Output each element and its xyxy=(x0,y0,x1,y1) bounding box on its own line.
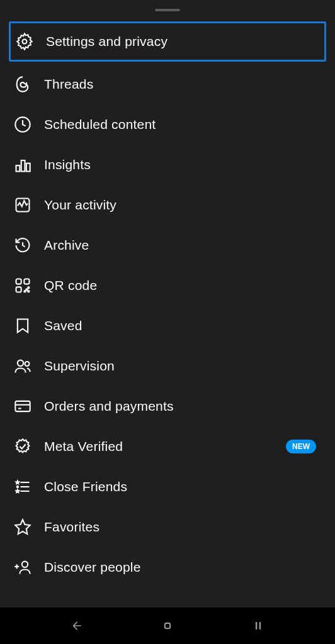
svg-rect-8 xyxy=(16,287,21,292)
close-friends-icon xyxy=(13,477,33,497)
svg-rect-7 xyxy=(24,279,29,284)
recent-apps-button[interactable] xyxy=(239,613,277,638)
svg-point-13 xyxy=(18,360,23,366)
svg-rect-25 xyxy=(165,623,170,628)
home-button[interactable] xyxy=(149,613,186,638)
menu-item-label: Close Friends xyxy=(44,479,322,494)
svg-rect-27 xyxy=(259,622,261,630)
menu-item-label: Threads xyxy=(44,77,322,92)
menu-item-insights[interactable]: Insights xyxy=(9,145,326,185)
activity-icon xyxy=(13,195,33,215)
star-icon xyxy=(13,517,33,537)
menu-item-settings-privacy[interactable]: Settings and privacy xyxy=(9,21,326,62)
menu-item-label: QR code xyxy=(44,278,322,293)
svg-rect-4 xyxy=(26,164,30,172)
menu-item-qr-code[interactable]: QR code xyxy=(9,265,326,306)
verified-icon xyxy=(13,436,33,457)
menu-item-label: Insights xyxy=(44,157,322,172)
svg-rect-6 xyxy=(16,279,21,284)
qr-code-icon xyxy=(13,275,33,296)
bookmark-icon xyxy=(13,316,33,336)
menu-item-label: Settings and privacy xyxy=(46,34,321,49)
menu-list: Settings and privacy Threads Scheduled c… xyxy=(0,21,335,587)
archive-icon xyxy=(13,235,33,255)
svg-rect-26 xyxy=(256,622,258,630)
menu-item-label: Meta Verified xyxy=(44,439,286,454)
svg-point-12 xyxy=(28,287,29,288)
menu-item-meta-verified[interactable]: Meta Verified NEW xyxy=(9,426,326,467)
menu-item-discover-people[interactable]: Discover people xyxy=(9,547,326,587)
menu-item-label: Saved xyxy=(44,318,322,333)
gear-icon xyxy=(14,31,35,52)
svg-rect-3 xyxy=(21,160,25,172)
menu-item-saved[interactable]: Saved xyxy=(9,306,326,346)
menu-item-orders-payments[interactable]: Orders and payments xyxy=(9,386,326,426)
menu-item-label: Orders and payments xyxy=(44,399,322,414)
svg-point-0 xyxy=(23,40,27,44)
svg-rect-15 xyxy=(15,401,30,411)
back-button[interactable] xyxy=(58,613,96,638)
svg-point-9 xyxy=(26,289,27,290)
drag-handle[interactable] xyxy=(155,9,180,11)
menu-item-archive[interactable]: Archive xyxy=(9,225,326,265)
clock-icon xyxy=(13,114,33,135)
menu-item-threads[interactable]: Threads xyxy=(9,64,326,104)
menu-item-favorites[interactable]: Favorites xyxy=(9,507,326,547)
svg-point-14 xyxy=(25,362,30,366)
navigation-bar xyxy=(0,608,335,644)
menu-item-label: Supervision xyxy=(44,358,322,374)
card-icon xyxy=(13,396,33,416)
menu-item-supervision[interactable]: Supervision xyxy=(9,346,326,386)
svg-rect-2 xyxy=(16,165,20,171)
menu-item-scheduled-content[interactable]: Scheduled content xyxy=(9,104,326,145)
svg-point-10 xyxy=(28,291,29,292)
menu-item-label: Discover people xyxy=(44,560,322,575)
menu-item-your-activity[interactable]: Your activity xyxy=(9,185,326,225)
svg-point-22 xyxy=(22,562,28,567)
menu-item-label: Archive xyxy=(44,238,322,253)
svg-point-21 xyxy=(17,486,18,487)
menu-item-label: Favorites xyxy=(44,519,322,535)
people-icon xyxy=(13,356,33,376)
bar-chart-icon xyxy=(13,155,33,175)
discover-people-icon xyxy=(13,557,33,577)
menu-item-label: Your activity xyxy=(44,197,322,213)
menu-item-close-friends[interactable]: Close Friends xyxy=(9,467,326,507)
menu-item-label: Scheduled content xyxy=(44,117,322,132)
threads-icon xyxy=(13,74,33,94)
new-badge: NEW xyxy=(286,440,316,453)
svg-point-11 xyxy=(24,291,25,292)
